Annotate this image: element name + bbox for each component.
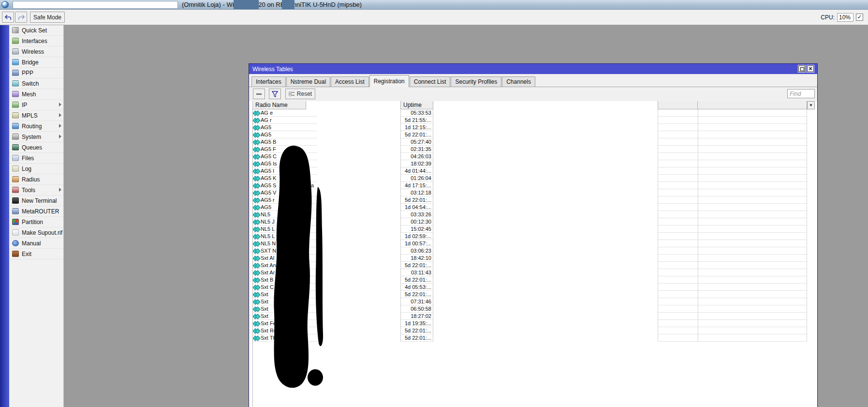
column-header-uptime[interactable]: Uptime [400, 101, 433, 109]
sidebar-item-interfaces[interactable]: Interfaces [9, 36, 63, 46]
table-row-uptime[interactable]: 4d 01:44:... [401, 167, 433, 175]
table-row-empty-cell[interactable] [698, 138, 807, 146]
table-row-empty-cell[interactable] [658, 204, 698, 211]
cpu-checkbox[interactable]: ✓ [856, 14, 863, 21]
table-row-empty-cell[interactable] [698, 284, 807, 291]
sidebar-item-partition[interactable]: Partition [9, 217, 63, 227]
table-row-empty-cell[interactable] [658, 240, 698, 247]
table-row-empty-cell[interactable] [658, 269, 698, 276]
sidebar-item-files[interactable]: Files [9, 153, 63, 164]
table-row-empty-cell[interactable] [658, 109, 698, 117]
tab-interfaces[interactable]: Interfaces [251, 76, 286, 87]
table-row-uptime[interactable]: 03:11:43 [401, 269, 433, 276]
table-row-empty-cell[interactable] [698, 255, 807, 262]
table-row-empty-cell[interactable] [658, 233, 698, 240]
table-row-empty-cell[interactable] [698, 218, 807, 226]
table-row-empty-cell[interactable] [658, 175, 698, 182]
table-row-uptime[interactable]: 03:06:23 [401, 247, 433, 255]
sidebar-item-exit[interactable]: Exit [9, 249, 63, 259]
table-row-empty-cell[interactable] [698, 291, 807, 298]
table-row-empty-cell[interactable] [658, 305, 698, 313]
sidebar-item-radius[interactable]: Radius [9, 174, 63, 185]
table-row-empty-cell[interactable] [698, 262, 807, 269]
table-row-uptime[interactable]: 07:31:46 [401, 298, 433, 305]
sidebar-item-metarouter[interactable]: MetaROUTER [9, 206, 63, 217]
table-row-uptime[interactable]: 15:02:45 [401, 226, 433, 233]
sidebar-item-quick-set[interactable]: Quick Set [9, 25, 63, 36]
table-row-uptime[interactable]: 05:33:53 [401, 109, 433, 117]
table-row-uptime[interactable]: 18:02:39 [401, 160, 433, 167]
table-row-empty-cell[interactable] [698, 175, 807, 182]
table-row-empty-cell[interactable] [658, 313, 698, 320]
table-row-empty-cell[interactable] [658, 146, 698, 153]
table-row-empty-cell[interactable] [698, 124, 807, 131]
column-header-empty[interactable] [658, 101, 698, 109]
table-row-uptime[interactable]: 02:31:35 [401, 146, 433, 153]
reset-button[interactable]: Reset [285, 89, 315, 99]
table-row-empty-cell[interactable] [658, 320, 698, 327]
table-row-uptime[interactable]: 5d 22:01:... [401, 276, 433, 284]
column-chooser-dropdown[interactable]: ▼ [807, 101, 815, 109]
sidebar-item-manual[interactable]: Manual [9, 238, 63, 249]
sidebar-item-make-supout-rif[interactable]: Make Supout.rif [9, 227, 63, 238]
table-row-empty-cell[interactable] [698, 276, 807, 284]
table-row-empty-cell[interactable] [658, 255, 698, 262]
filter-button[interactable] [269, 89, 281, 99]
table-row-uptime[interactable]: 5d 22:01:... [401, 327, 433, 334]
table-row-empty-cell[interactable] [698, 298, 807, 305]
table-row-empty-cell[interactable] [658, 226, 698, 233]
table-row-uptime[interactable]: 4d 17:15:... [401, 182, 433, 189]
table-row-radio-name[interactable]: AG e [253, 109, 317, 117]
safe-mode-button[interactable]: Safe Mode [30, 12, 65, 23]
table-row-empty-cell[interactable] [658, 182, 698, 189]
table-row-empty-cell[interactable] [658, 276, 698, 284]
table-row-empty-cell[interactable] [698, 196, 807, 204]
sidebar-item-ip[interactable]: IP [9, 100, 63, 110]
sidebar-item-switch[interactable]: Switch [9, 78, 63, 89]
table-row-uptime[interactable]: 1d 12:15:... [401, 124, 433, 131]
window-titlebar[interactable]: Wireless Tables [249, 64, 817, 74]
table-row-empty-cell[interactable] [698, 167, 807, 175]
table-row-uptime[interactable]: 5d 22:01:... [401, 262, 433, 269]
table-row-empty-cell[interactable] [698, 226, 807, 233]
table-row-uptime[interactable]: 1d 04:54:... [401, 204, 433, 211]
table-row-empty-cell[interactable] [658, 160, 698, 167]
table-row-uptime[interactable]: 05:27:40 [401, 138, 433, 146]
table-row-empty-cell[interactable] [698, 160, 807, 167]
table-row-empty-cell[interactable] [698, 305, 807, 313]
table-row-empty-cell[interactable] [698, 153, 807, 160]
table-row-empty-cell[interactable] [698, 240, 807, 247]
sidebar-item-system[interactable]: System [9, 132, 63, 142]
table-row-uptime[interactable]: 1d 02:59:... [401, 233, 433, 240]
table-row-uptime[interactable]: 5d 21:55:... [401, 117, 433, 124]
table-row-empty-cell[interactable] [698, 204, 807, 211]
table-row-uptime[interactable]: 5d 22:01:... [401, 291, 433, 298]
table-row-empty-cell[interactable] [698, 269, 807, 276]
sidebar-item-wireless[interactable]: Wireless [9, 46, 63, 57]
maximize-button[interactable] [798, 65, 805, 72]
table-row-uptime[interactable]: 06:50:58 [401, 305, 433, 313]
table-row-empty-cell[interactable] [698, 131, 807, 138]
sidebar-item-mpls[interactable]: MPLS [9, 110, 63, 121]
table-row-empty-cell[interactable] [658, 131, 698, 138]
table-row-uptime[interactable]: 4d 05:53:... [401, 284, 433, 291]
table-row-empty-cell[interactable] [658, 334, 698, 342]
table-row-uptime[interactable]: 1d 19:35:... [401, 320, 433, 327]
sidebar-item-routing[interactable]: Routing [9, 121, 63, 132]
table-row-empty-cell[interactable] [658, 327, 698, 334]
table-row-empty-cell[interactable] [658, 284, 698, 291]
column-header-radio-name[interactable]: Radio Name [253, 101, 306, 109]
sidebar-item-ppp[interactable]: PPP [9, 68, 63, 78]
table-row-empty-cell[interactable] [658, 189, 698, 196]
table-row-uptime[interactable]: 5d 22:01:... [401, 334, 433, 342]
table-row-empty-cell[interactable] [658, 196, 698, 204]
table-row-empty-cell[interactable] [698, 146, 807, 153]
table-row-empty-cell[interactable] [658, 167, 698, 175]
table-row-empty-cell[interactable] [698, 313, 807, 320]
table-row-uptime[interactable]: 03:33:26 [401, 211, 433, 218]
sidebar-item-queues[interactable]: Queues [9, 142, 63, 153]
table-row-empty-cell[interactable] [658, 291, 698, 298]
sidebar-item-log[interactable]: Log [9, 164, 63, 174]
table-row-uptime[interactable]: 04:26:03 [401, 153, 433, 160]
tab-channels[interactable]: Channels [502, 76, 535, 87]
